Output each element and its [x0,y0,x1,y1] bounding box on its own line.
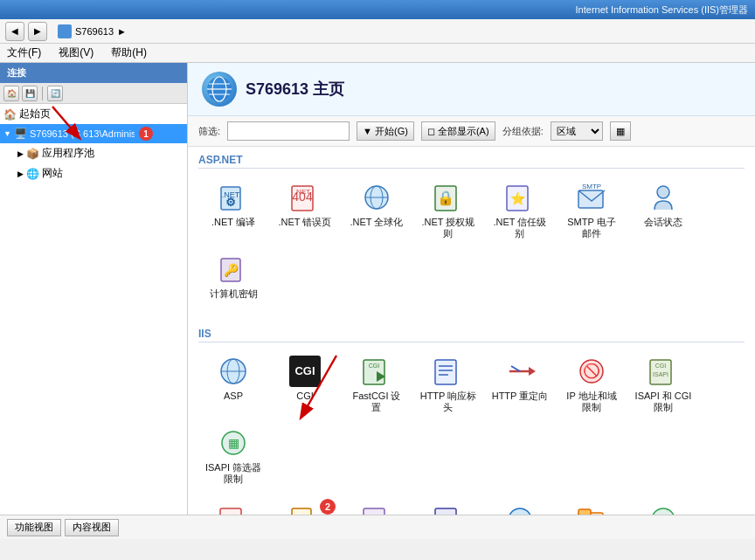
iis-grid: ASP CGI CGI CGI [198,349,745,492]
aspnet-title: ASP.NET [198,154,745,169]
tree-children: ▶ 📦 应用程序池 ▶ 🌐 网站 [0,143,187,183]
content-title: S769613 主页 [246,79,344,100]
icon-req-filter[interactable]: 请求筛选 [628,498,698,515]
icon-work-process[interactable]: ⚙ 工作进程 [342,498,412,515]
sidebar-header: 连接 [0,63,187,83]
icon-net-auth[interactable]: 🔒 .NET 授权规则 [413,176,483,245]
expand-arrow: ▼ [3,129,11,138]
icon-cgi[interactable]: CGI CGI [270,349,340,419]
work-process-icon: ⚙ [361,504,392,515]
icon-machinekey[interactable]: 🔑 计算机密钥 [198,247,268,306]
dir-browse-icon [576,504,607,515]
http-redirect-label: HTTP 重定向 [492,391,549,402]
smtp-icon: SMTP [576,182,607,213]
groupby-label: 分组依据: [502,125,544,138]
icon-dir-browse[interactable]: 目录浏览 [557,498,627,515]
filter-label: 筛选: [198,125,220,138]
svg-text:⚙: ⚙ [369,514,380,515]
svg-rect-30 [435,360,456,384]
menu-file[interactable]: 文件(F) [3,44,45,62]
title-bar: Internet Information Services (IIS)管理器 [0,0,755,19]
svg-text:⚠: ⚠ [225,514,236,515]
module-icon [433,504,464,515]
svg-text:✓: ✓ [515,513,525,515]
content-header: S769613 主页 [188,63,755,116]
iis-section: IIS ASP CGI [188,321,755,515]
svg-text:.NET: .NET [294,188,310,196]
forward-button[interactable]: ▶ [28,22,47,41]
sidebar-toolbar: 🏠 💾 🔄 [0,83,187,104]
svg-text:🔑: 🔑 [224,263,239,278]
apppool-label: 应用程序池 [42,146,94,161]
tree-item-server-wrapper: ▼ 🖥️ S769613 (S 613\Adminis 1 [0,124,187,143]
breadcrumb-text: S769613 [75,26,114,37]
apppool-icon: 📦 [26,148,39,160]
sidebar-btn-home[interactable]: 🏠 [3,86,19,101]
svg-text:.NET: .NET [222,190,240,199]
icon-asp[interactable]: ASP [198,349,268,419]
feature-view-btn[interactable]: 功能视图 [7,519,61,536]
status-bar: 功能视图 内容视图 [0,515,755,539]
svg-text:SMTP: SMTP [582,183,601,190]
svg-marker-35 [529,367,536,376]
http-headers-label: HTTP 响应标头 [420,391,477,413]
net-trust-icon: ⭐ [504,182,536,213]
svg-text:⭐: ⭐ [510,191,526,206]
svg-text:🚫: 🚫 [583,363,600,379]
back-button[interactable]: ◀ [5,22,24,41]
server-label: S769613 (S 613\Adminis [30,128,135,139]
expand-arrow-2: ▶ [17,149,24,158]
svg-text:ISAPI: ISAPI [653,371,668,377]
icon-net-global[interactable]: .NET 全球化 [342,176,412,245]
session-icon [648,182,679,213]
icon-default-doc[interactable]: ✓ 默认文档 [485,498,555,515]
filter-bar: 筛选: ▼ 开始(G) ◻ 全部显示(A) 分组依据: 区域 ▦ [188,116,755,147]
icon-fastcgi[interactable]: CGI FastCGI 设置 [342,349,412,419]
tree-item-server[interactable]: ▼ 🖥️ S769613 (S 613\Adminis 1 [0,124,187,143]
sidebar-btn-refresh[interactable]: 🔄 [47,86,63,101]
net-compile-label: .NET 编译 [211,217,255,228]
menu-view[interactable]: 视图(V) [55,44,97,62]
badge-1: 1 [139,127,153,141]
icon-error-pages[interactable]: ⚠ 错误页 [198,498,268,515]
icon-module[interactable]: 模块 [413,498,483,515]
sidebar: 连接 🏠 💾 🔄 🏠 起始页 ▼ 🖥️ S769613 (S 613\Admin… [0,63,188,515]
title-text: Internet Information Services (IIS)管理器 [576,3,748,17]
smtp-label: SMTP 电子邮件 [567,217,615,239]
icon-isapi-cgi[interactable]: CGI ISAPI ISAPI 和 CGI限制 [628,349,698,419]
cgi-box: CGI [289,356,321,387]
icon-smtp[interactable]: SMTP SMTP 电子邮件 [557,176,627,245]
svg-rect-46 [292,508,311,515]
tree-item-sites[interactable]: ▶ 🌐 网站 [14,163,187,183]
session-label: 会话状态 [644,217,682,228]
req-filter-icon [648,504,679,515]
filter-input[interactable] [227,121,350,141]
icon-server-cert[interactable]: ★ 服务器证书 2 [270,498,340,515]
net-error-label: .NET 错误页 [279,217,332,228]
icon-ip-domain[interactable]: 🚫 IP 地址和域限制 [557,349,627,419]
main-toolbar: ◀ ▶ S769613 ► [0,19,755,44]
icon-net-trust[interactable]: ⭐ .NET 信任级别 [485,176,555,245]
content-view-btn[interactable]: 内容视图 [65,519,119,536]
filter-start-btn[interactable]: ▼ 开始(G) [357,121,414,141]
aspnet-grid: ⚙ .NET .NET 编译 404 .NET [198,176,745,307]
cgi-label: CGI [296,391,314,402]
svg-rect-57 [578,509,591,515]
tree-item-apppool[interactable]: ▶ 📦 应用程序池 [14,143,187,163]
menu-help[interactable]: 帮助(H) [107,44,150,62]
sites-icon: 🌐 [26,168,39,180]
net-trust-label: .NET 信任级别 [494,217,547,239]
icon-http-headers[interactable]: HTTP 响应标头 [413,349,483,419]
icon-net-error[interactable]: 404 .NET .NET 错误页 [270,176,340,245]
icon-session[interactable]: 会话状态 [628,176,698,245]
tree-item-home[interactable]: 🏠 起始页 [0,104,187,124]
sidebar-btn-save[interactable]: 💾 [22,86,38,101]
filter-view-btn[interactable]: ▦ [610,121,631,141]
filter-showall-btn[interactable]: ◻ 全部显示(A) [421,121,495,141]
icon-http-redirect[interactable]: HTTP 重定向 [485,349,555,419]
groupby-select[interactable]: 区域 [551,121,603,141]
isapi-cgi-icon: CGI ISAPI [648,356,679,387]
icon-isapi-filter[interactable]: ▦ ISAPI 筛选器限制 [198,421,268,491]
server-cert-icon: ★ [289,504,321,515]
icon-net-compile[interactable]: ⚙ .NET .NET 编译 [198,176,268,245]
